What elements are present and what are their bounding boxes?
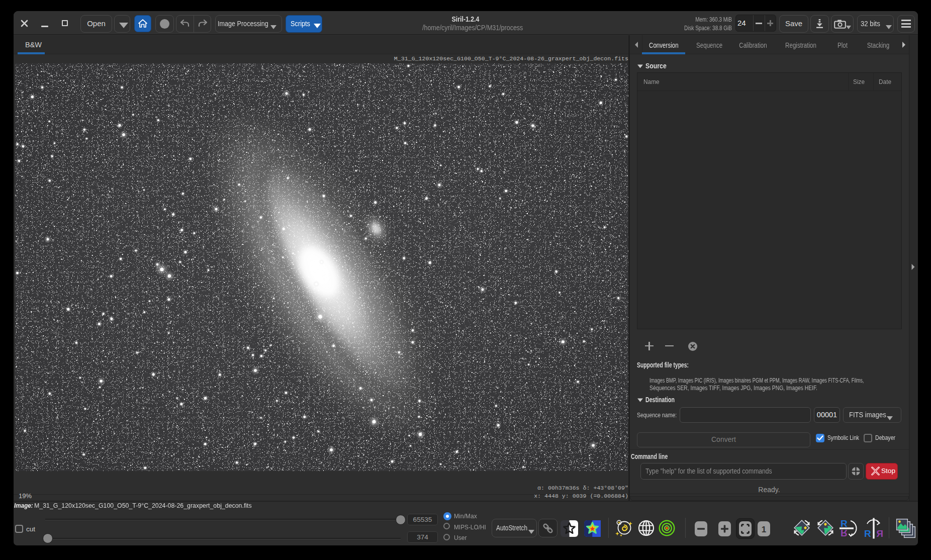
svg-text:R: R (876, 528, 883, 539)
svg-text:1: 1 (762, 525, 766, 534)
svg-text:R: R (864, 528, 871, 539)
svg-text:R: R (841, 518, 848, 529)
